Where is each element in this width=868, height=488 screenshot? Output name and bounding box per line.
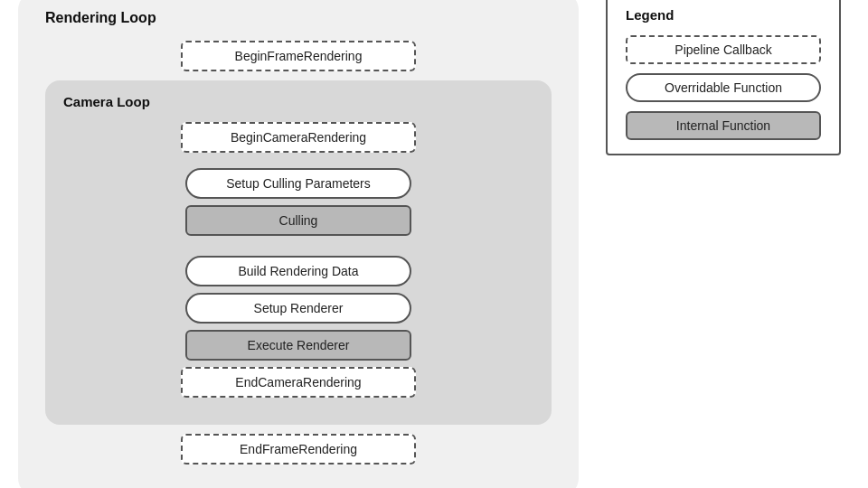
camera-loop-item-0: BeginCameraRendering	[181, 122, 416, 153]
begin-frame-rendering-label: BeginFrameRendering	[235, 49, 363, 63]
camera-loop-item-6: EndCameraRendering	[181, 367, 416, 398]
camera-loop-item-2: Culling	[185, 205, 411, 236]
legend-items: Pipeline CallbackOverridable FunctionInt…	[626, 35, 821, 140]
camera-loop-item-1: Setup Culling Parameters	[185, 168, 411, 199]
camera-loop-box: Camera Loop BeginCameraRenderingSetup Cu…	[45, 80, 552, 425]
legend-item-0: Pipeline Callback	[626, 35, 821, 64]
rendering-loop-box: Rendering Loop BeginFrameRendering Camer…	[18, 0, 579, 488]
camera-loop-item-5: Execute Renderer	[185, 330, 411, 361]
camera-loop-items: BeginCameraRenderingSetup Culling Parame…	[63, 122, 533, 407]
end-frame-rendering-label: EndFrameRendering	[240, 442, 357, 456]
legend-title: Legend	[626, 7, 821, 23]
legend-item-2: Internal Function	[626, 111, 821, 140]
begin-frame-rendering-box: BeginFrameRendering	[181, 41, 416, 71]
camera-loop-title: Camera Loop	[63, 94, 533, 109]
camera-loop-item-4: Setup Renderer	[185, 293, 411, 324]
end-frame-rendering-box: EndFrameRendering	[181, 434, 416, 465]
legend-item-1: Overridable Function	[626, 73, 821, 102]
legend-box: Legend Pipeline CallbackOverridable Func…	[606, 0, 841, 155]
rendering-loop-title: Rendering Loop	[45, 10, 552, 26]
camera-loop-item-3: Build Rendering Data	[185, 256, 411, 286]
main-container: Rendering Loop BeginFrameRendering Camer…	[18, 0, 850, 488]
